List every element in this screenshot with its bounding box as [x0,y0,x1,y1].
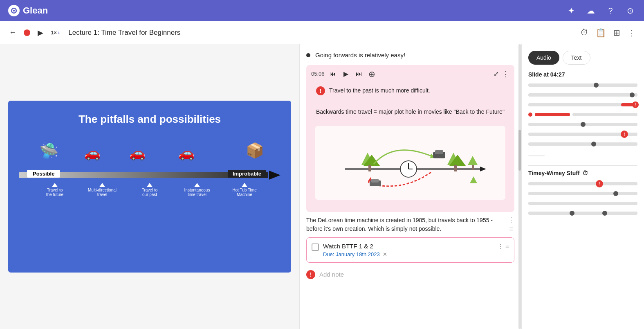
waveform-bar [528,155,545,156]
tl-bar-fill-1 [528,83,637,87]
slide-graphic: 🛸 🚗 🚗 🚗 📦 [19,138,280,220]
timeline-row-1 [528,82,637,88]
task-more-button[interactable]: ⋮ [497,243,504,250]
toolbar: ← ▶ 1×+ Lecture 1: Time Travel for Begin… [0,21,644,44]
audio-more-button[interactable]: ⋮ [502,70,509,79]
task-title: Watch BTTF 1 & 2 [323,243,493,250]
tl-bar-fill-11 [528,212,637,215]
slide-icon-ufo: 🛸 [39,142,58,160]
time-diagram-svg [333,128,488,198]
tl-bar-bg-7 [528,142,637,146]
triangle-5 [242,183,247,187]
slide-item-labels: Travel tothe future Multi-directionaltra… [19,183,280,197]
text-note-row-1: The DeLorean time machine is created in … [306,216,514,233]
note-bullet-1: Going forwards is relatively easy! [306,51,514,60]
tl-bar-bg-11 [528,212,637,215]
slide-icon-car2: 🚗 [129,145,146,161]
tl-bar-bg-3: ! [528,103,637,106]
slide-icon-car3: 🚗 [178,145,195,161]
slide-arrow: Possible Improbable [19,171,280,180]
text-note-content-1: The DeLorean time machine is created in … [306,216,505,233]
sidebar-section-2-title: Timey-Wimey Stuff ⏱ [522,170,644,180]
task-card: Watch BTTF 1 & 2 Due: January 18th 2023 … [306,237,514,263]
waveform-section [522,151,644,161]
notes-panel[interactable]: Going forwards is relatively easy! 05:06… [299,44,521,329]
timer-icon[interactable]: ⏱ [579,26,590,39]
speed-control[interactable]: 1×+ [51,29,60,36]
back-button[interactable]: ← [7,26,19,39]
note-actions-1: ⋮ ≡ [508,216,514,233]
scroll-thumb [518,130,521,171]
tab-text[interactable]: Text [563,51,590,65]
tl-bar-bg-2 [528,93,637,97]
play-audio-button[interactable]: ▶ [341,69,351,79]
clock-icon: ⏱ [582,170,588,176]
tl-bar-bg-6: ! [528,133,637,136]
tl-bar-fill-7 [528,142,637,146]
expand-audio-button[interactable]: ⤢ [494,70,499,78]
svg-rect-7 [368,165,371,171]
tab-audio[interactable]: Audio [528,51,559,65]
note-more-button-1[interactable]: ⋮ [508,216,514,224]
add-audio-button[interactable]: ⊕ [367,69,377,79]
svg-rect-21 [371,179,379,183]
svg-rect-12 [472,165,474,170]
timeline-section-2: ! [522,180,644,216]
svg-marker-4 [480,167,486,171]
slide-icon-car1: 🚗 [84,145,101,161]
task-drag-handle[interactable]: ≡ [505,243,509,250]
toolbar-right-actions: ⏱ 📋 ⊞ ⋮ [579,26,637,39]
tl-error-8: ! [596,180,603,187]
rewind-button[interactable]: ⏮ [328,69,338,79]
help-icon[interactable]: ? [605,5,616,16]
play-button[interactable]: ▶ [35,26,46,40]
triangle-2 [99,183,105,187]
more-options-icon[interactable]: ⋮ [626,26,637,39]
drag-handle-1[interactable]: ≡ [509,225,513,233]
layout-icon[interactable]: ⊞ [612,26,622,39]
brightness-icon[interactable]: ✦ [565,5,577,16]
triangle-3 [147,183,153,187]
pink-note-1: Backwards time travel = major plot hole … [311,104,509,120]
tl-bar-bg-8: ! [528,182,637,185]
triangle-1 [52,183,58,187]
tl-error-6: ! [621,131,628,138]
tl-dot-7 [591,142,596,146]
timeline-row-3: ! [528,101,637,108]
svg-rect-10 [454,165,457,171]
tl-error-3: ! [632,101,639,108]
tl-gray-bar-4 [572,113,637,116]
fast-forward-button[interactable]: ⏭ [354,69,364,79]
task-due-close[interactable]: ✕ [383,251,387,257]
slide-icon-hottub: 📦 [246,142,264,159]
timeline-section-1: ! ! [522,82,644,147]
tl-dot-11a [570,211,574,216]
label-2: Multi-directionaltravel [88,188,117,197]
timeline-row-6: ! [528,131,637,137]
timeline-row-2 [528,92,637,98]
label-5: Hot Tub TimeMachine [232,188,256,197]
tl-dot-11b [602,211,607,216]
task-checkbox[interactable] [312,243,319,251]
tl-bar-bg-9 [528,192,637,195]
timeline-row-10 [528,200,637,207]
timeline-row-5 [528,121,637,128]
svg-marker-11 [468,156,478,165]
add-note-placeholder[interactable]: Add note [319,271,344,278]
account-icon[interactable]: ⊙ [624,5,636,16]
label-3: Travel toour past [142,188,158,197]
improbable-label: Improbable [228,170,266,178]
time-diagram [315,126,505,200]
notes-icon[interactable]: 📋 [594,26,608,39]
task-card-actions: ⋮ ≡ [497,243,509,250]
lecture-title: Lecture 1: Time Travel for Beginners [68,29,180,37]
cloud-icon[interactable]: ☁ [585,5,597,16]
slide-panel: The pitfalls and possibilities 🛸 🚗 🚗 🚗 [0,44,299,329]
timeline-row-9 [528,190,637,197]
tl-bar-bg-10 [528,202,637,205]
tl-bar-bg-1 [528,83,637,87]
scroll-indicator [518,44,521,329]
tl-left-dot-4 [528,113,532,117]
triangle-4 [194,183,200,187]
slide-container: The pitfalls and possibilities 🛸 🚗 🚗 🚗 [8,101,291,273]
